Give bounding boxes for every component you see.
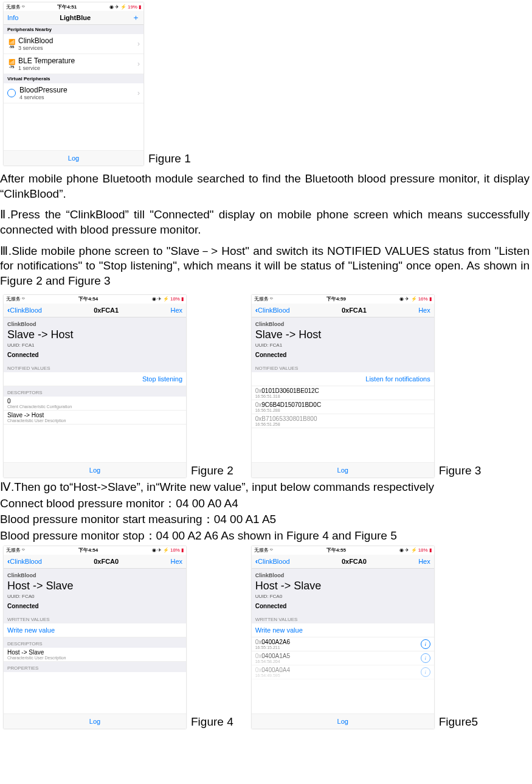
rssi-text: -75 bbox=[7, 65, 16, 69]
descriptor-row: Host -> SlaveCharacteristic User Descrip… bbox=[4, 648, 186, 662]
descriptor-sub: Characteristic User Description bbox=[7, 418, 182, 423]
figure-1-screenshot: 无服务 ⌔ 下午4:51 ◉ ✈ ⚡ 19%▮ Info LightBlue ＋… bbox=[4, 2, 143, 165]
carrier-text: 无服务 bbox=[6, 4, 21, 10]
paragraph-2: Ⅱ.Press the “ClinkBlood” till "Connected… bbox=[0, 207, 530, 237]
log-link[interactable]: Log bbox=[252, 462, 434, 477]
peripheral-sub: 4 services bbox=[19, 94, 137, 100]
status-icons: ◉ ✈ ⚡ bbox=[152, 547, 169, 553]
back-button[interactable]: ‹ClinkBlood bbox=[255, 557, 290, 566]
descriptor-sub: Client Characteristic Configuration bbox=[7, 404, 182, 409]
battery-text: 16% bbox=[418, 296, 428, 302]
section-properties: PROPERTIES bbox=[4, 662, 186, 672]
peripheral-name: ClinkBlood bbox=[18, 36, 137, 45]
peripheral-clinkblood[interactable]: 📶-55 ClinkBlood3 services › bbox=[4, 34, 143, 54]
section-peripherals-nearby: Peripherals Nearby bbox=[4, 25, 143, 34]
wifi-icon: ⌔ bbox=[22, 547, 25, 553]
nav-title: 0xFCA1 bbox=[342, 307, 367, 314]
timestamp: 16:54:49.595 bbox=[255, 673, 421, 678]
figure-3-screenshot: 无服务 ⌔ 下午4:59 ◉ ✈ ⚡ 16%▮ ‹ClinkBlood 0xFC… bbox=[252, 295, 434, 477]
back-button[interactable]: ‹ClinkBlood bbox=[255, 305, 290, 314]
status-icons: ◉ ✈ ⚡ bbox=[399, 296, 416, 302]
paragraph-3: Ⅲ.Slide mobile phone screen to "Slave－> … bbox=[0, 244, 530, 289]
back-label: ClinkBlood bbox=[258, 558, 290, 565]
characteristic-title: Slave -> Host bbox=[255, 328, 430, 341]
device-label: ClinkBlood bbox=[255, 321, 430, 327]
timestamp: 16:56:51.288 bbox=[255, 408, 430, 412]
log-link[interactable]: Log bbox=[4, 150, 143, 165]
descriptor-sub: Characteristic User Description bbox=[7, 656, 182, 660]
nav-title: 0xFCA0 bbox=[342, 558, 367, 565]
value-row[interactable]: 0x0400A1A516:54:58.204i bbox=[252, 651, 434, 665]
descriptor-title: 0 bbox=[7, 398, 182, 404]
wifi-icon: ⌔ bbox=[270, 547, 273, 553]
carrier-text: 无服务 bbox=[254, 296, 269, 302]
paragraph-7: Blood pressure monitor stop：04 00 A2 A6 … bbox=[0, 529, 530, 544]
stop-listening-link[interactable]: Stop listening bbox=[4, 372, 186, 386]
paragraph-6: Blood pressure monitor start measuring：0… bbox=[0, 512, 530, 527]
paragraph-5: Connect blood pressure monitor：04 00 A0 … bbox=[0, 496, 530, 512]
section-descriptors: DESCRIPTORS bbox=[4, 386, 186, 397]
hex-button[interactable]: Hex bbox=[170, 307, 182, 314]
figure-3-label: Figure 3 bbox=[439, 464, 482, 477]
figure-5-label: Figure5 bbox=[439, 715, 478, 729]
battery-icon: ▮ bbox=[181, 296, 184, 302]
listen-notifications-link[interactable]: Listen for notifications bbox=[252, 372, 434, 386]
connection-status: Connected bbox=[255, 352, 430, 358]
hex-button[interactable]: Hex bbox=[418, 558, 430, 565]
detail-header: ClinkBlood Host -> Slave UUID: FCA0 Conn… bbox=[252, 569, 434, 613]
back-label: ClinkBlood bbox=[10, 307, 42, 314]
figure-4-label: Figure 4 bbox=[191, 715, 233, 729]
write-new-value-link[interactable]: Write new value bbox=[252, 623, 434, 637]
hex-button[interactable]: Hex bbox=[170, 558, 182, 565]
hex-button[interactable]: Hex bbox=[418, 307, 430, 314]
back-button[interactable]: ‹ClinkBlood bbox=[7, 305, 42, 314]
log-link[interactable]: Log bbox=[4, 462, 186, 477]
info-button[interactable]: Info bbox=[7, 14, 18, 21]
nav-bar: ‹ClinkBlood 0xFCA0 Hex bbox=[252, 555, 434, 569]
nav-title: LightBlue bbox=[60, 14, 91, 21]
status-bar: 无服务 ⌔ 下午4:54 ◉ ✈ ⚡ 18%▮ bbox=[4, 546, 186, 555]
detail-header: ClinkBlood Host -> Slave UUID: FCA0 Conn… bbox=[4, 569, 186, 613]
detail-header: ClinkBlood Slave -> Host UUID: FCA1 Conn… bbox=[4, 317, 186, 362]
uuid-label: UUID: FCA1 bbox=[255, 342, 430, 348]
nav-bar: ‹ClinkBlood 0xFCA0 Hex bbox=[4, 555, 186, 569]
info-icon[interactable]: i bbox=[421, 653, 430, 663]
carrier-text: 无服务 bbox=[6, 296, 21, 302]
nav-bar: Info LightBlue ＋ bbox=[4, 11, 143, 25]
characteristic-title: Slave -> Host bbox=[7, 328, 182, 341]
value-row[interactable]: 0x0400A0A416:54:49.595i bbox=[252, 665, 434, 679]
section-written-values: WRITTEN VALUES bbox=[252, 613, 434, 623]
log-link[interactable]: Log bbox=[4, 713, 186, 729]
battery-text: 19% bbox=[128, 4, 137, 10]
status-icons: ◉ ✈ ⚡ bbox=[399, 547, 416, 553]
status-bar: 无服务 ⌔ 下午4:59 ◉ ✈ ⚡ 16%▮ bbox=[252, 295, 434, 304]
battery-icon: ▮ bbox=[139, 4, 141, 10]
value-row: 0x0101D30601BE012C16:56:51.318 bbox=[252, 386, 434, 400]
info-icon[interactable]: i bbox=[421, 667, 430, 677]
value-row[interactable]: 0x0400A2A616:55:15.211i bbox=[252, 637, 434, 651]
figure-2-screenshot: 无服务 ⌔ 下午4:54 ◉ ✈ ⚡ 18%▮ ‹ClinkBlood 0xFC… bbox=[4, 295, 186, 477]
write-new-value-link[interactable]: Write new value bbox=[4, 623, 186, 637]
descriptor-row: 0Client Characteristic Configuration bbox=[4, 397, 186, 411]
uuid-label: UUID: FCA0 bbox=[7, 594, 182, 599]
peripheral-bloodpressure[interactable]: BloodPressure4 services › bbox=[4, 83, 143, 103]
hex-value: 0x9C6B4D150701BD0C bbox=[255, 401, 430, 408]
log-link[interactable]: Log bbox=[252, 713, 434, 729]
value-row: 0x9C6B4D150701BD0C16:56:51.288 bbox=[252, 400, 434, 414]
battery-text: 18% bbox=[418, 547, 428, 553]
back-button[interactable]: ‹ClinkBlood bbox=[7, 557, 42, 566]
status-bar: 无服务 ⌔ 下午4:55 ◉ ✈ ⚡ 18%▮ bbox=[252, 546, 434, 555]
ring-icon bbox=[7, 89, 16, 97]
hex-value: 0x0400A1A5 bbox=[255, 653, 421, 659]
wifi-icon: ⌔ bbox=[22, 4, 25, 10]
battery-text: 18% bbox=[170, 547, 180, 553]
timestamp: 16:54:58.204 bbox=[255, 659, 421, 664]
peripheral-ble-temperature[interactable]: 📶-75 BLE Temperature1 service › bbox=[4, 54, 143, 74]
section-notified-values: NOTIFIED VALUES bbox=[4, 362, 186, 372]
add-button[interactable]: ＋ bbox=[132, 12, 140, 23]
timestamp: 16:55:15.211 bbox=[255, 645, 421, 650]
back-label: ClinkBlood bbox=[258, 307, 290, 314]
info-icon[interactable]: i bbox=[421, 639, 430, 649]
section-virtual-peripherals: Virtual Peripherals bbox=[4, 74, 143, 83]
paragraph-1: After mobile phone Bluetooth module sear… bbox=[0, 172, 530, 201]
